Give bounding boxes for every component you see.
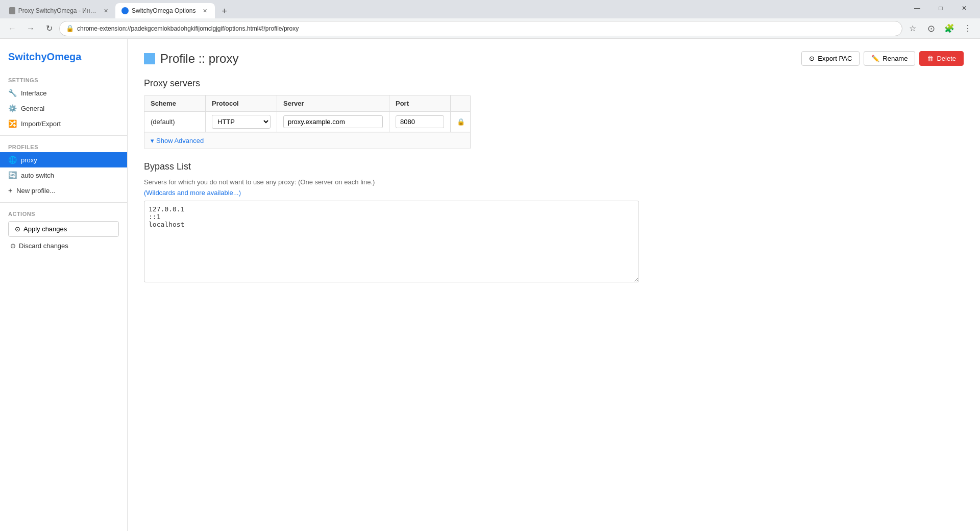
page-header: Profile :: proxy ⊙ Export PAC ✏️ Rename … (144, 51, 964, 66)
discard-changes-label: Discard changes (19, 242, 68, 250)
maximize-button[interactable]: □ (929, 0, 952, 16)
profiles-section-label: PROFILES (0, 140, 127, 152)
bypass-description: Servers for which you do not want to use… (144, 178, 964, 186)
gear-icon: ⚙️ (8, 104, 17, 112)
discard-icon: ⊙ (10, 242, 16, 250)
menu-button[interactable]: ⋮ (960, 20, 976, 37)
sidebar-item-proxy-label: proxy (21, 156, 37, 164)
forward-button[interactable]: → (22, 20, 39, 37)
server-cell[interactable] (277, 112, 389, 132)
page-title-area: Profile :: proxy (144, 52, 238, 66)
apply-changes-button[interactable]: ⊙ Apply changes (8, 221, 119, 237)
tab-1-close[interactable]: ✕ (102, 7, 109, 15)
sidebar-item-auto-switch-label: auto switch (21, 172, 54, 179)
wrench-icon: 🔧 (8, 89, 17, 97)
tab-1[interactable]: Proxy SwitchyOmega - Интерне... ✕ (3, 3, 115, 18)
tab-2[interactable]: SwitchyOmega Options ✕ (115, 3, 215, 18)
lock-cell[interactable]: 🔒 (451, 112, 471, 132)
server-input[interactable] (283, 115, 383, 128)
tab-1-label: Proxy SwitchyOmega - Интерне... (18, 7, 97, 14)
wildcards-link[interactable]: (Wildcards and more available...) (144, 189, 241, 197)
main-content: Profile :: proxy ⊙ Export PAC ✏️ Rename … (128, 39, 980, 531)
rename-icon: ✏️ (871, 55, 879, 62)
export-pac-icon: ⊙ (809, 55, 815, 62)
chevron-down-icon: ▾ (151, 137, 154, 144)
proxy-icon: 🌐 (8, 156, 17, 164)
protocol-cell[interactable]: HTTP HTTPS SOCKS4 SOCKS5 (206, 112, 277, 132)
sidebar-item-general[interactable]: ⚙️ General (0, 101, 127, 116)
sidebar-item-interface[interactable]: 🔧 Interface (0, 85, 127, 101)
scheme-value: (default) (151, 118, 175, 126)
delete-button[interactable]: 🗑 Delete (919, 51, 964, 66)
back-button[interactable]: ← (4, 20, 20, 37)
bookmark-button[interactable]: ☆ (904, 20, 921, 37)
export-pac-label: Export PAC (818, 55, 852, 62)
profile-button[interactable]: ⊙ (923, 20, 939, 37)
tab-2-close[interactable]: ✕ (201, 7, 209, 15)
apply-changes-label: Apply changes (23, 225, 67, 233)
show-advanced-label: Show Advanced (156, 137, 204, 144)
export-pac-button[interactable]: ⊙ Export PAC (801, 51, 860, 66)
app-body: SwitchyOmega SETTINGS 🔧 Interface ⚙️ Gen… (0, 39, 980, 531)
scheme-cell: (default) (144, 112, 206, 132)
sidebar-divider-1 (0, 135, 127, 136)
sidebar-item-import-export[interactable]: 🔀 Import/Export (0, 116, 127, 131)
port-input[interactable] (396, 115, 444, 128)
nav-right-actions: ☆ ⊙ 🧩 ⋮ (904, 20, 976, 37)
lock-icon: 🔒 (457, 118, 465, 126)
new-tab-button[interactable]: + (217, 4, 231, 18)
tab-2-label: SwitchyOmega Options (132, 7, 195, 14)
protocol-select[interactable]: HTTP HTTPS SOCKS4 SOCKS5 (212, 115, 271, 129)
server-header: Server (277, 95, 389, 111)
import-export-icon: 🔀 (8, 119, 17, 128)
proxy-table-row: (default) HTTP HTTPS SOCKS4 SOCKS5 (144, 112, 470, 132)
port-cell[interactable] (389, 112, 451, 132)
actions-section: ACTIONS ⊙ Apply changes ⊙ Discard change… (0, 207, 127, 257)
sidebar-item-auto-switch[interactable]: 🔄 auto switch (0, 167, 127, 183)
action-header (451, 95, 471, 111)
bypass-list-title: Bypass List (144, 161, 964, 172)
profile-color-icon (144, 53, 155, 64)
proxy-servers-table: Scheme Protocol Server Port (default) HT… (144, 95, 471, 149)
app-title: SwitchyOmega (0, 47, 127, 73)
bypass-textarea[interactable]: 127.0.0.1 ::1 localhost (144, 201, 639, 282)
reload-button[interactable]: ↻ (41, 20, 57, 37)
address-text: chrome-extension://padekgcemlokbadohgkif… (77, 25, 896, 32)
add-icon: + (8, 186, 12, 195)
proxy-servers-title: Proxy servers (144, 78, 964, 89)
scheme-header: Scheme (144, 95, 206, 111)
minimize-button[interactable]: — (905, 0, 929, 16)
delete-icon: 🗑 (927, 55, 934, 62)
sidebar-item-interface-label: Interface (21, 89, 47, 97)
bypass-list-section: Bypass List Servers for which you do not… (144, 161, 964, 282)
header-actions: ⊙ Export PAC ✏️ Rename 🗑 Delete (801, 51, 964, 66)
tab-1-favicon (9, 7, 15, 14)
proxy-table-header: Scheme Protocol Server Port (144, 95, 470, 112)
auto-switch-icon: 🔄 (8, 171, 17, 179)
sidebar: SwitchyOmega SETTINGS 🔧 Interface ⚙️ Gen… (0, 39, 128, 531)
tab-2-favicon (121, 7, 129, 14)
nav-bar: ← → ↻ 🔒 chrome-extension://padekgcemlokb… (0, 18, 980, 39)
address-bar[interactable]: 🔒 chrome-extension://padekgcemlokbadohgk… (59, 21, 902, 36)
browser-window: Proxy SwitchyOmega - Интерне... ✕ Switch… (0, 0, 980, 531)
extension-button[interactable]: 🧩 (941, 20, 958, 37)
sidebar-item-new-profile-label: New profile... (16, 187, 55, 195)
sidebar-divider-2 (0, 202, 127, 203)
rename-button[interactable]: ✏️ Rename (864, 51, 915, 66)
sidebar-item-proxy[interactable]: 🌐 proxy (0, 152, 127, 167)
show-advanced-toggle[interactable]: ▾ Show Advanced (144, 132, 470, 149)
delete-label: Delete (937, 55, 956, 62)
settings-section-label: SETTINGS (0, 73, 127, 85)
close-button[interactable]: ✕ (952, 0, 976, 16)
port-header: Port (389, 95, 451, 111)
sidebar-item-import-export-label: Import/Export (21, 120, 61, 128)
sidebar-item-general-label: General (21, 105, 44, 112)
page-title: Profile :: proxy (160, 52, 238, 66)
discard-changes-link[interactable]: ⊙ Discard changes (8, 239, 119, 253)
address-lock-icon: 🔒 (66, 25, 74, 32)
apply-icon: ⊙ (15, 225, 20, 233)
protocol-header: Protocol (206, 95, 277, 111)
rename-label: Rename (883, 55, 908, 62)
sidebar-item-new-profile[interactable]: + New profile... (0, 183, 127, 198)
actions-label: ACTIONS (8, 211, 119, 217)
